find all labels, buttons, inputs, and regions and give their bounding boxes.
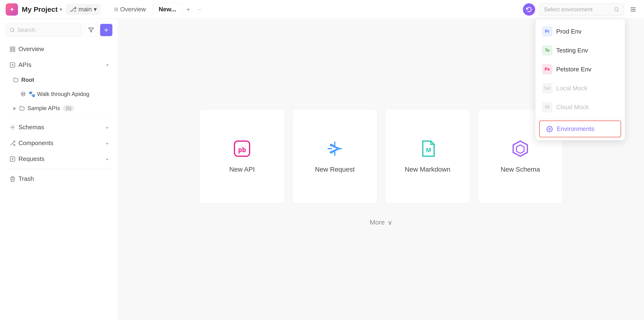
env-item-testing[interactable]: Te Testing Env [536,41,625,60]
svg-point-26 [549,128,550,130]
filter-button[interactable] [85,24,97,36]
project-name-btn[interactable]: My Project ▾ [22,5,62,13]
env-select[interactable]: Select environment [539,3,624,15]
new-request-icon [325,139,344,158]
more-chevron-icon: ∨ [388,219,392,226]
nav-divider-1 [6,117,112,117]
sidebar-item-components[interactable]: Components ▸ [2,136,116,151]
env-manage-button[interactable]: Environments [539,121,621,137]
sidebar-item-requests[interactable]: Requests ▸ [2,151,116,166]
tab-more-button[interactable]: ··· [194,4,205,15]
env-badge-cloud: Cl [542,102,552,112]
search-box[interactable]: Search [6,24,82,36]
svg-rect-12 [10,50,12,51]
svg-text:pb: pb [238,146,246,154]
components-chevron-icon: ▸ [106,141,108,146]
svg-rect-13 [13,50,15,51]
apis-icon [10,62,16,68]
card-new-request[interactable]: New Request [292,109,377,204]
sidebar: Search + Overview [0,19,118,320]
components-icon [10,140,16,146]
tab-add-button[interactable]: + [183,4,194,15]
apis-chevron-icon: ▾ [106,62,108,68]
add-button[interactable]: + [100,24,112,36]
tab-overview[interactable]: ⊞ Overview [108,3,152,15]
new-api-icon: pb [232,139,252,158]
svg-rect-11 [13,47,15,49]
svg-point-2 [615,7,618,11]
new-markdown-icon: M [418,139,437,158]
svg-text:M: M [426,147,431,154]
requests-chevron-icon: ▸ [106,156,108,162]
overview-icon [10,46,16,52]
requests-icon [10,156,16,162]
new-schema-icon [511,139,530,158]
sidebar-item-trash[interactable]: Trash [2,171,116,186]
folder-icon [13,77,18,82]
branch-selector[interactable]: ⎇ main ▾ [66,4,100,15]
env-badge-petstore: Pe [542,64,552,74]
svg-point-15 [12,126,14,128]
sidebar-item-walk-through[interactable]: Ⓜ 🐾 Walk through Apidog [2,87,116,101]
svg-text:✦: ✦ [10,6,14,12]
filter-icon [88,27,94,33]
topbar-right: Select environment [523,3,638,15]
svg-marker-9 [89,28,94,32]
svg-line-3 [618,10,618,11]
tabs-area: ⊞ Overview New... + ··· [108,3,519,15]
sidebar-item-apis[interactable]: APIs ▾ [2,57,116,72]
branch-icon: ⎇ [70,6,77,13]
sync-button[interactable] [523,3,535,15]
env-search-icon [614,7,619,12]
overview-tab-icon: ⊞ [114,6,118,12]
env-item-prod[interactable]: Pr Prod Env [536,22,625,41]
branch-chevron-icon: ▾ [94,6,97,13]
cards-grid: pb New API New Request [200,109,563,204]
project-chevron-icon: ▾ [60,6,62,12]
settings-icon [546,126,553,132]
env-badge-testing: Te [542,45,552,55]
sidebar-item-schemas[interactable]: Schemas ▸ [2,120,116,135]
search-area: Search + [0,24,118,41]
apidog-icon: Ⓜ [21,91,26,97]
sidebar-item-sample-apis[interactable]: ▶ Sample APIs (5) [2,102,116,115]
svg-point-7 [10,28,14,32]
card-new-markdown[interactable]: M New Markdown [385,109,470,204]
tab-new[interactable]: New... [152,3,182,15]
project-logo: ✦ [6,3,18,15]
env-divider [536,118,625,119]
sidebar-item-root[interactable]: Root [2,73,116,86]
card-new-api[interactable]: pb New API [200,109,284,204]
env-item-local: Lo Local Mock [536,79,625,98]
env-item-petstore[interactable]: Pe Petstore Env [536,60,625,79]
env-item-cloud: Cl Cloud Mock [536,98,625,116]
trash-icon [10,176,16,182]
env-dropdown: Pr Prod Env Te Testing Env Pe Petstore E… [535,19,625,140]
sidebar-item-overview[interactable]: Overview [2,42,116,56]
svg-rect-10 [10,47,12,49]
schemas-chevron-icon: ▸ [106,125,108,130]
env-badge-prod: Pr [542,26,552,37]
schemas-icon [10,124,16,130]
hamburger-menu-button[interactable] [628,4,638,15]
search-icon [10,27,15,33]
svg-line-8 [13,31,14,32]
sample-folder-icon [20,106,24,111]
env-badge-local: Lo [542,83,552,93]
more-button[interactable]: More ∨ [362,215,400,230]
topbar: ✦ My Project ▾ ⎇ main ▾ ⊞ Overview New..… [0,0,644,19]
chevron-right-icon: ▶ [13,106,16,111]
